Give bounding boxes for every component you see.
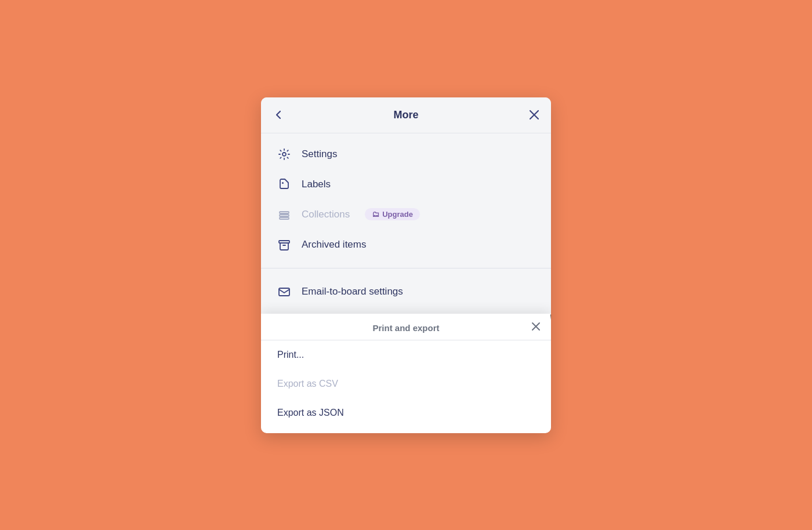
svg-rect-2 <box>280 212 289 213</box>
panel-header: More <box>261 97 551 133</box>
email-icon <box>277 285 291 299</box>
tag-icon <box>277 177 291 191</box>
menu-item-archived[interactable]: Archived items <box>261 230 551 260</box>
archive-icon <box>277 238 291 252</box>
labels-label: Labels <box>302 179 331 190</box>
sub-panel: Print and export Print... Export as CSV … <box>261 314 551 433</box>
sub-menu-item-export-csv: Export as CSV <box>261 369 551 398</box>
menu-item-labels[interactable]: Labels <box>261 169 551 199</box>
svg-rect-4 <box>280 217 289 219</box>
svg-point-0 <box>282 153 286 156</box>
section-1: Settings Labels Collections <box>261 133 551 266</box>
section-divider <box>261 268 551 268</box>
collections-badge-label: Upgrade <box>382 210 413 219</box>
sub-menu-item-print[interactable]: Print... <box>261 340 551 369</box>
svg-rect-5 <box>279 241 289 243</box>
sub-menu-item-export-json[interactable]: Export as JSON <box>261 398 551 427</box>
menu-item-settings[interactable]: Settings <box>261 139 551 169</box>
back-button[interactable] <box>273 109 284 121</box>
sub-panel-close-button[interactable] <box>531 322 541 334</box>
main-panel: More Settings <box>261 97 551 433</box>
briefcase-icon: 🗂 <box>372 210 379 219</box>
email-board-label: Email-to-board settings <box>302 286 403 297</box>
svg-point-1 <box>282 182 284 184</box>
sub-panel-header: Print and export <box>261 314 551 340</box>
settings-label: Settings <box>302 148 337 160</box>
panel-title: More <box>393 109 418 121</box>
stack-icon <box>277 208 291 222</box>
menu-item-email-board[interactable]: Email-to-board settings <box>261 277 551 307</box>
collections-upgrade-badge[interactable]: 🗂 Upgrade <box>365 208 420 220</box>
archived-label: Archived items <box>302 239 366 251</box>
sub-panel-title: Print and export <box>372 323 439 333</box>
gear-icon <box>277 147 291 161</box>
collections-label: Collections <box>302 209 350 220</box>
svg-rect-6 <box>279 288 289 296</box>
close-button[interactable] <box>529 110 539 120</box>
svg-rect-3 <box>280 215 289 216</box>
menu-item-collections[interactable]: Collections 🗂 Upgrade <box>261 199 551 230</box>
